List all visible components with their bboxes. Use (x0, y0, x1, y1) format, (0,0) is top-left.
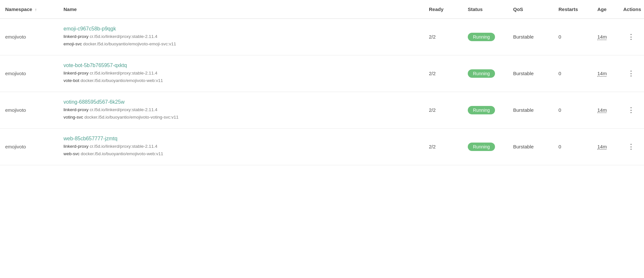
col-header-ready: Ready (424, 0, 463, 19)
cell-ready: 2/2 (424, 19, 463, 55)
col-header-qos: QoS (508, 0, 553, 19)
container-row: vote-bot docker.l5d.io/buoyantio/emojivo… (63, 77, 419, 85)
cell-namespace: emojivoto (0, 55, 58, 92)
cell-restarts: 0 (553, 128, 592, 165)
cell-ready: 2/2 (424, 92, 463, 128)
three-dots-icon (627, 106, 635, 114)
col-header-status: Status (463, 0, 508, 19)
cell-status: Running (463, 19, 508, 55)
cell-actions (618, 19, 644, 55)
table-row: emojivotovoting-688595d567-6k25wlinkerd-… (0, 92, 644, 128)
status-badge: Running (468, 69, 495, 78)
cell-restarts: 0 (553, 92, 592, 128)
actions-menu-button[interactable] (625, 105, 638, 116)
container-row: linkerd-proxy cr.l5d.io/linkerd/proxy:st… (63, 33, 419, 41)
three-dots-icon (627, 69, 635, 78)
cell-actions (618, 92, 644, 128)
actions-menu-button[interactable] (625, 141, 638, 152)
cell-name: web-85cb657777-jzmtqlinkerd-proxy cr.l5d… (58, 128, 424, 165)
cell-age: 14m (592, 19, 618, 55)
age-value: 14m (597, 144, 607, 149)
cell-actions (618, 55, 644, 92)
pods-table: Namespace ↑ Name Ready Status QoS Restar… (0, 0, 644, 165)
status-badge: Running (468, 33, 495, 41)
container-row: linkerd-proxy cr.l5d.io/linkerd/proxy:st… (63, 106, 419, 114)
table-row: emojivotoemoji-c967c58b-p9qgklinkerd-pro… (0, 19, 644, 55)
cell-name: emoji-c967c58b-p9qgklinkerd-proxy cr.l5d… (58, 19, 424, 55)
age-value: 14m (597, 34, 607, 40)
col-header-name: Name (58, 0, 424, 19)
sort-ascending-icon: ↑ (35, 7, 37, 12)
cell-status: Running (463, 92, 508, 128)
table-header-row: Namespace ↑ Name Ready Status QoS Restar… (0, 0, 644, 19)
cell-ready: 2/2 (424, 55, 463, 92)
container-row: linkerd-proxy cr.l5d.io/linkerd/proxy:st… (63, 143, 419, 150)
actions-menu-button[interactable] (625, 68, 638, 79)
three-dots-icon (627, 33, 635, 41)
container-row: web-svc docker.l5d.io/buoyantio/emojivot… (63, 150, 419, 158)
cell-age: 14m (592, 55, 618, 92)
container-row: emoji-svc docker.l5d.io/buoyantio/emojiv… (63, 41, 419, 48)
cell-qos: Burstable (508, 19, 553, 55)
container-row: voting-svc docker.l5d.io/buoyantio/emoji… (63, 114, 419, 121)
cell-qos: Burstable (508, 55, 553, 92)
cell-age: 14m (592, 128, 618, 165)
cell-qos: Burstable (508, 128, 553, 165)
three-dots-icon (627, 143, 635, 151)
table-row: emojivotovote-bot-5b7b765957-qxktqlinker… (0, 55, 644, 92)
cell-restarts: 0 (553, 55, 592, 92)
cell-namespace: emojivoto (0, 92, 58, 128)
container-row: linkerd-proxy cr.l5d.io/linkerd/proxy:st… (63, 70, 419, 77)
cell-age: 14m (592, 92, 618, 128)
table-row: emojivotoweb-85cb657777-jzmtqlinkerd-pro… (0, 128, 644, 165)
age-value: 14m (597, 107, 607, 113)
pod-name-link[interactable]: vote-bot-5b7b765957-qxktq (63, 63, 419, 68)
cell-namespace: emojivoto (0, 19, 58, 55)
col-header-actions: Actions (618, 0, 644, 19)
cell-restarts: 0 (553, 19, 592, 55)
col-header-namespace[interactable]: Namespace ↑ (0, 0, 58, 19)
pod-name-link[interactable]: web-85cb657777-jzmtq (63, 136, 419, 142)
cell-qos: Burstable (508, 92, 553, 128)
status-badge: Running (468, 143, 495, 151)
cell-actions (618, 128, 644, 165)
age-value: 14m (597, 71, 607, 76)
cell-name: voting-688595d567-6k25wlinkerd-proxy cr.… (58, 92, 424, 128)
cell-name: vote-bot-5b7b765957-qxktqlinkerd-proxy c… (58, 55, 424, 92)
cell-namespace: emojivoto (0, 128, 58, 165)
cell-status: Running (463, 128, 508, 165)
actions-menu-button[interactable] (625, 31, 638, 42)
pod-name-link[interactable]: emoji-c967c58b-p9qgk (63, 26, 419, 32)
col-header-age: Age (592, 0, 618, 19)
status-badge: Running (468, 106, 495, 114)
col-header-restarts: Restarts (553, 0, 592, 19)
pods-table-container: Namespace ↑ Name Ready Status QoS Restar… (0, 0, 644, 278)
cell-ready: 2/2 (424, 128, 463, 165)
cell-status: Running (463, 55, 508, 92)
pod-name-link[interactable]: voting-688595d567-6k25w (63, 99, 419, 105)
